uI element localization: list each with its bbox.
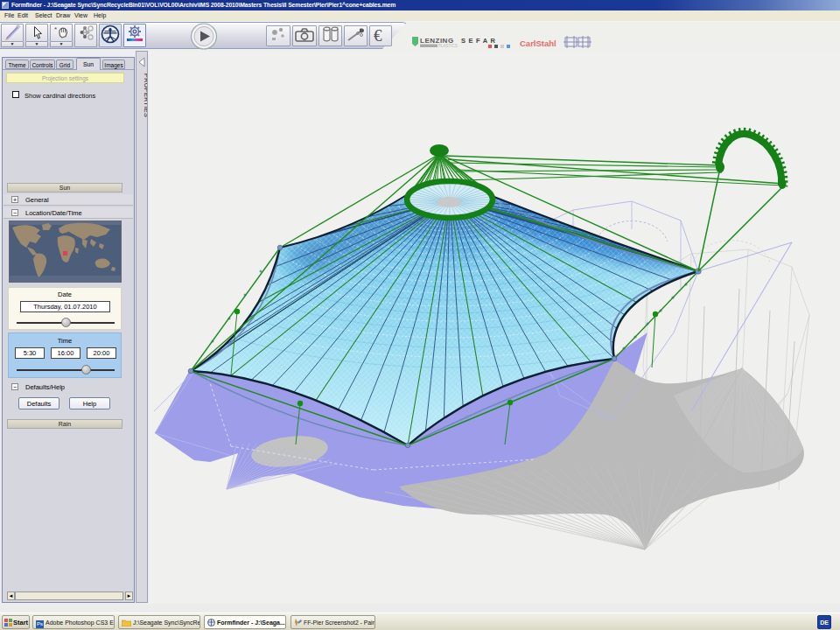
svg-text:CarlStahl: CarlStahl <box>520 38 556 48</box>
svg-text:PROPERTIES: PROPERTIES <box>143 74 147 117</box>
svg-text:PLASTICS: PLASTICS <box>438 44 458 48</box>
svg-text:SEFAR: SEFAR <box>461 37 499 45</box>
svg-text:*: * <box>54 25 57 33</box>
svg-text:€: € <box>374 26 382 45</box>
